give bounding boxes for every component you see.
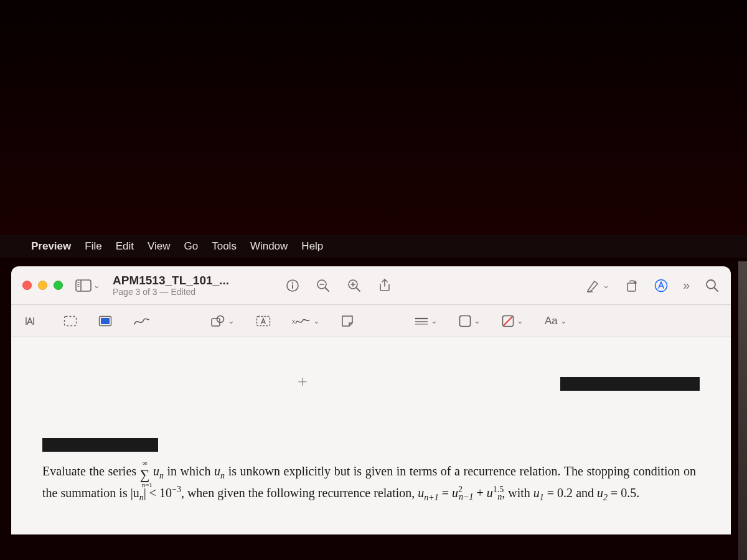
svg-rect-0 — [76, 280, 91, 291]
menu-view[interactable]: View — [148, 240, 171, 253]
svg-line-12 — [356, 287, 360, 291]
menu-window[interactable]: Window — [250, 240, 288, 253]
chevron-down-icon: ⌄ — [474, 316, 481, 325]
document-body-text: Evaluate the series ∑∞n=1 un in which un… — [42, 463, 696, 503]
document-viewport[interactable]: + Evaluate the series ∑∞n=1 un in which … — [11, 337, 731, 534]
photo-edge-decoration — [738, 261, 747, 560]
insert-marker: + — [298, 372, 308, 392]
markup-toolbar: ⌄ x ⌄ ⌄ ⌄ ⌄ Aa ⌄ — [11, 305, 731, 337]
svg-rect-32 — [460, 315, 471, 326]
highlight-button[interactable]: ⌄ — [586, 279, 609, 292]
svg-rect-16 — [627, 283, 636, 291]
chevron-down-icon: ⌄ — [93, 281, 100, 290]
border-color-tool[interactable]: ⌄ — [459, 315, 481, 327]
svg-text:x: x — [292, 318, 295, 325]
app-menu[interactable]: Preview — [31, 240, 71, 253]
chevron-down-icon: ⌄ — [431, 316, 438, 325]
sidebar-toggle-button[interactable]: ⌄ — [75, 279, 100, 292]
rotate-button[interactable] — [624, 279, 639, 292]
document-subtitle: Page 3 of 3 — Edited — [113, 287, 275, 297]
menu-tools[interactable]: Tools — [212, 240, 237, 253]
search-button[interactable] — [705, 278, 720, 293]
shapes-tool[interactable]: ⌄ — [210, 315, 235, 327]
menu-file[interactable]: File — [85, 240, 101, 253]
sign-tool[interactable]: x ⌄ — [292, 315, 320, 327]
document-title: APM1513_TL_101_... — [113, 274, 275, 287]
svg-line-19 — [714, 287, 718, 291]
note-tool[interactable] — [341, 315, 354, 327]
share-button[interactable] — [378, 278, 392, 293]
zoom-in-button[interactable] — [347, 278, 362, 293]
window-minimize-button[interactable] — [38, 281, 47, 290]
chevron-down-icon: ⌄ — [560, 316, 567, 325]
rect-selection-tool[interactable] — [63, 315, 77, 327]
info-button[interactable] — [286, 279, 299, 292]
window-close-button[interactable] — [22, 281, 32, 290]
border-style-tool[interactable]: ⌄ — [415, 316, 438, 325]
text-style-tool[interactable]: Aa ⌄ — [545, 315, 567, 327]
svg-point-6 — [292, 282, 293, 283]
text-tool[interactable] — [256, 315, 271, 327]
svg-line-9 — [325, 287, 329, 291]
svg-point-26 — [217, 315, 224, 322]
sketch-tool[interactable] — [133, 315, 149, 327]
svg-rect-7 — [292, 284, 293, 289]
markup-button[interactable] — [654, 279, 668, 292]
zoom-out-button[interactable] — [316, 278, 331, 293]
overflow-more-icon[interactable]: » — [683, 278, 690, 292]
redacted-block — [560, 377, 700, 391]
window-titlebar: ⌄ APM1513_TL_101_... Page 3 of 3 — Edite… — [11, 266, 731, 305]
fill-color-tool[interactable]: ⌄ — [502, 315, 524, 327]
menu-help[interactable]: Help — [301, 240, 323, 253]
menu-edit[interactable]: Edit — [116, 240, 134, 253]
redacted-block — [42, 438, 158, 452]
svg-rect-24 — [101, 318, 110, 324]
chevron-down-icon: ⌄ — [603, 281, 609, 290]
chevron-down-icon: ⌄ — [313, 316, 320, 325]
chevron-down-icon: ⌄ — [228, 316, 235, 325]
window-zoom-button[interactable] — [54, 281, 63, 290]
svg-line-34 — [504, 317, 512, 325]
redact-tool[interactable] — [98, 315, 112, 327]
menu-go[interactable]: Go — [184, 240, 199, 253]
chevron-down-icon: ⌄ — [517, 316, 524, 325]
svg-rect-22 — [65, 316, 77, 325]
text-selection-tool[interactable] — [25, 315, 42, 327]
